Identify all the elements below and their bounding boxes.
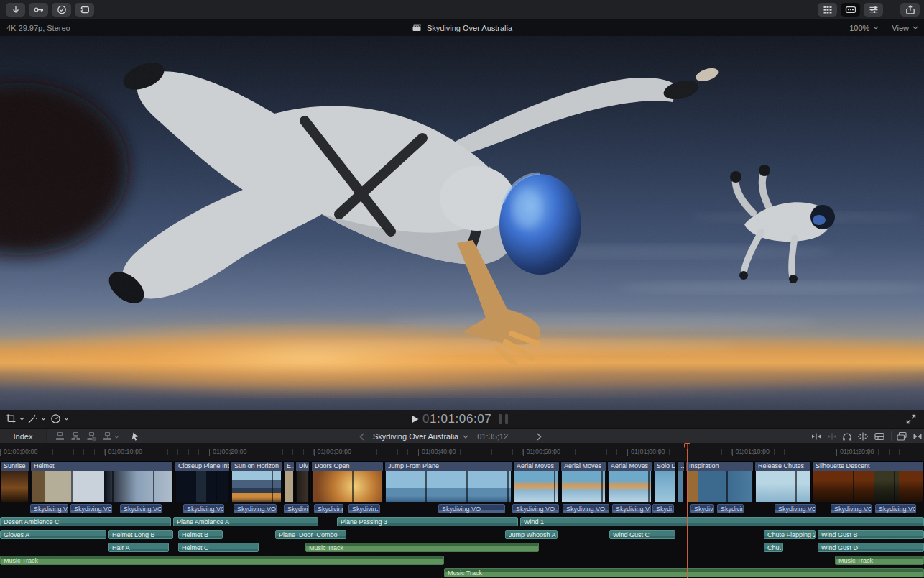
video-clip[interactable]: Aerial Moves xyxy=(607,461,652,503)
audio-clip[interactable]: Plane Passing 3 xyxy=(337,517,518,526)
audio-meter-left[interactable] xyxy=(499,414,502,424)
clip-filmstrip xyxy=(813,471,923,502)
filmstrip-view-button[interactable] xyxy=(841,3,860,17)
video-clip[interactable]: Sun on Horizon xyxy=(231,461,282,503)
video-clip[interactable]: Release Chutes xyxy=(754,461,811,503)
audio-clip[interactable]: Skydiving… xyxy=(717,504,744,513)
clip-filmstrip xyxy=(609,471,651,502)
video-clip[interactable]: Inspiration xyxy=(685,461,754,503)
zoom-level-dropdown[interactable]: 100% xyxy=(849,24,879,32)
video-clip[interactable]: Aerial Moves xyxy=(560,461,606,503)
video-clip[interactable]: Solo D… xyxy=(653,461,676,503)
ruler-tick-label: 01:00:50:00 xyxy=(527,448,561,455)
index-button[interactable]: Index xyxy=(0,429,47,444)
ruler-tick: 01:00:30:00 xyxy=(314,449,315,456)
audio-clip[interactable]: Gloves A xyxy=(0,530,106,539)
audio-clip[interactable]: Plane Ambiance A xyxy=(173,517,318,526)
audio-clip[interactable]: Skydiving VO xyxy=(234,504,277,513)
audio-clip[interactable]: Desert Ambience C xyxy=(0,517,171,526)
playhead[interactable] xyxy=(687,443,688,578)
audio-clip[interactable]: Jump Whoosh A xyxy=(505,530,558,539)
audio-clip[interactable]: Skydi… xyxy=(652,504,674,513)
video-clip[interactable]: Aerial Moves xyxy=(513,461,560,503)
audio-clip[interactable]: Music Track xyxy=(0,556,444,565)
audio-clip[interactable]: Skydiving VO xyxy=(831,504,872,513)
overwrite-edit-button[interactable] xyxy=(102,431,119,441)
import-button[interactable] xyxy=(6,3,25,17)
audio-clip[interactable]: Wind Gust B xyxy=(818,530,924,539)
audio-clip[interactable]: Skydiving VO xyxy=(563,504,609,513)
view-dropdown[interactable]: View xyxy=(892,24,918,32)
keyword-editor-button[interactable] xyxy=(29,3,48,17)
audio-clip[interactable]: Skydiving VO xyxy=(775,504,816,513)
audio-clip[interactable]: Skydiving VO xyxy=(70,504,112,513)
clip-label: Doors Open xyxy=(312,462,383,471)
browser-grid-view-button[interactable] xyxy=(818,3,837,17)
background-tasks-button[interactable] xyxy=(52,3,71,17)
append-edit-button[interactable] xyxy=(86,431,97,441)
trim-end-button[interactable] xyxy=(826,431,838,441)
trim-start-button[interactable] xyxy=(810,431,822,441)
audio-clip[interactable]: Skydiving VO xyxy=(438,504,505,513)
connect-edit-button[interactable] xyxy=(55,431,65,441)
clip-filmstrip xyxy=(562,471,605,502)
video-clip[interactable]: E… xyxy=(283,461,295,503)
project-title-dropdown[interactable]: Skydiving Over Australia xyxy=(373,432,468,441)
audio-clip[interactable]: Chu… xyxy=(764,543,783,552)
audio-clip[interactable]: Music Track xyxy=(835,556,924,565)
crop-tool-dropdown[interactable] xyxy=(6,413,24,424)
video-clip[interactable]: Silhouette Descent xyxy=(812,461,924,503)
audio-clip[interactable]: Skydiv… xyxy=(690,504,714,513)
audio-clip[interactable]: Helmet B xyxy=(178,530,223,539)
solo-button[interactable] xyxy=(841,431,853,441)
audio-clip[interactable]: Skydiving VO xyxy=(875,504,916,513)
audio-clip[interactable]: Wind Gust C xyxy=(609,530,675,539)
previous-project-button[interactable] xyxy=(359,433,364,441)
audio-clip[interactable]: Wind Gust D xyxy=(818,543,924,552)
timeline-ruler[interactable]: 01:00:00:0001:00:10:0001:00:20:0001:00:3… xyxy=(0,443,924,461)
audio-clip[interactable]: Skydivin… xyxy=(348,504,380,513)
next-project-button[interactable] xyxy=(537,433,542,441)
share-button[interactable] xyxy=(900,3,920,17)
video-clip[interactable]: Jump From Plane xyxy=(384,461,512,503)
audio-clip[interactable]: Skydiving VO xyxy=(512,504,559,513)
retime-tool-dropdown[interactable] xyxy=(50,413,69,424)
audio-meter-right[interactable] xyxy=(505,414,508,424)
enhance-tool-dropdown[interactable] xyxy=(27,413,46,424)
media-clip-button[interactable] xyxy=(75,3,94,17)
audio-clip[interactable]: Skydiving… xyxy=(314,504,343,513)
video-clip[interactable]: Div… xyxy=(295,461,310,503)
video-clip[interactable]: Helmet xyxy=(30,461,173,503)
audio-skimming-button[interactable] xyxy=(857,431,869,441)
audio-clip[interactable]: Music Track xyxy=(305,543,539,552)
play-button[interactable] xyxy=(410,414,420,424)
video-clip[interactable]: Closeup Plane Interior xyxy=(175,461,230,503)
audio-clip[interactable]: Skydiving VO xyxy=(30,504,68,513)
audio-clip[interactable]: Music Track xyxy=(444,568,924,577)
chevron-down-icon xyxy=(913,26,918,29)
video-clip[interactable]: … xyxy=(677,461,685,503)
transitions-browser-button[interactable] xyxy=(913,431,923,441)
audio-clip[interactable]: Hair A xyxy=(108,543,169,552)
audio-clip[interactable]: Chute Flapping 2 xyxy=(764,530,816,539)
arrow-down-icon xyxy=(10,5,22,14)
effects-browser-button[interactable] xyxy=(896,431,907,441)
audio-clip[interactable]: Helmet Long B xyxy=(108,530,173,539)
audio-clip[interactable]: Wind 1 xyxy=(520,517,924,526)
inspector-button[interactable] xyxy=(864,3,883,17)
pointer-tool-dropdown[interactable] xyxy=(131,431,147,441)
audio-clip[interactable]: Skydiving VO xyxy=(183,504,224,513)
audio-clip[interactable]: Skydiving VO xyxy=(612,504,651,513)
audio-clip[interactable]: Helmet C xyxy=(178,543,259,552)
clip-appearance-button[interactable] xyxy=(874,431,885,441)
clip-icon xyxy=(79,5,91,14)
video-clip[interactable]: Doors Open xyxy=(311,461,384,503)
insert-edit-button[interactable] xyxy=(70,431,81,441)
video-clip[interactable]: Sunrise xyxy=(0,461,29,503)
timecode-display[interactable]: 01:01:06:07 xyxy=(422,412,491,426)
fullscreen-button[interactable] xyxy=(906,414,916,424)
chevron-down-icon xyxy=(873,26,879,29)
audio-clip[interactable]: Plane_Door_Combo xyxy=(275,530,346,539)
audio-clip[interactable]: Skydiving VO xyxy=(120,504,162,513)
audio-clip[interactable]: Skydivi… xyxy=(284,504,309,513)
